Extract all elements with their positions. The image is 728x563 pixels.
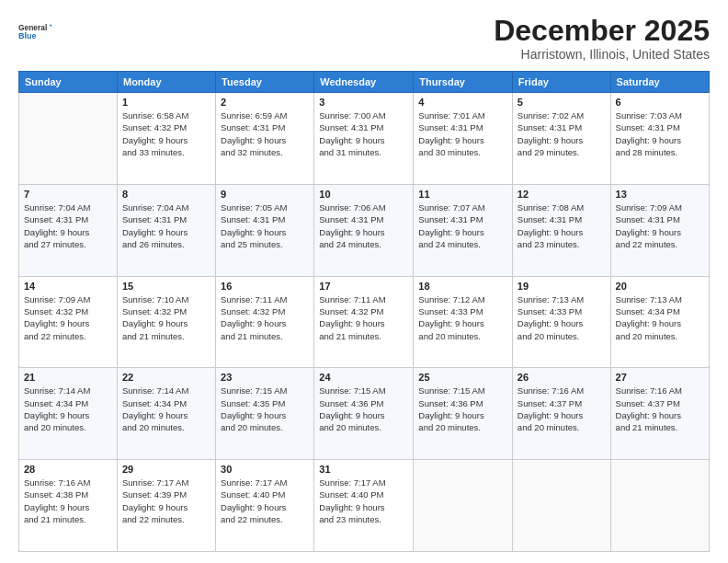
- day-info: Sunrise: 7:17 AM Sunset: 4:39 PM Dayligh…: [122, 477, 210, 525]
- calendar-cell: 8Sunrise: 7:04 AM Sunset: 4:31 PM Daylig…: [117, 184, 215, 276]
- day-number: 13: [616, 189, 704, 200]
- day-info: Sunrise: 7:14 AM Sunset: 4:34 PM Dayligh…: [122, 385, 210, 433]
- calendar-cell: 12Sunrise: 7:08 AM Sunset: 4:31 PM Dayli…: [512, 184, 610, 276]
- svg-text:General: General: [18, 23, 47, 32]
- calendar-cell: 11Sunrise: 7:07 AM Sunset: 4:31 PM Dayli…: [414, 184, 513, 276]
- day-number: 23: [221, 372, 309, 383]
- weekday-header: Saturday: [610, 72, 709, 93]
- weekday-header: Thursday: [414, 72, 513, 93]
- calendar-cell: 1Sunrise: 6:58 AM Sunset: 4:32 PM Daylig…: [117, 93, 215, 185]
- calendar-cell: 30Sunrise: 7:17 AM Sunset: 4:40 PM Dayli…: [216, 460, 314, 552]
- day-info: Sunrise: 7:04 AM Sunset: 4:31 PM Dayligh…: [24, 201, 112, 250]
- day-info: Sunrise: 7:16 AM Sunset: 4:37 PM Dayligh…: [518, 385, 606, 433]
- day-info: Sunrise: 7:15 AM Sunset: 4:35 PM Dayligh…: [221, 385, 309, 433]
- day-info: Sunrise: 7:07 AM Sunset: 4:31 PM Dayligh…: [418, 201, 507, 250]
- calendar-cell: 31Sunrise: 7:17 AM Sunset: 4:40 PM Dayli…: [314, 460, 414, 552]
- calendar-cell: [19, 93, 118, 185]
- day-number: 31: [319, 464, 408, 475]
- day-info: Sunrise: 7:00 AM Sunset: 4:31 PM Dayligh…: [319, 109, 408, 158]
- day-info: Sunrise: 7:15 AM Sunset: 4:36 PM Dayligh…: [418, 385, 507, 433]
- day-number: 20: [616, 281, 704, 292]
- day-number: 24: [319, 372, 408, 383]
- svg-text:Blue: Blue: [18, 31, 37, 40]
- day-number: 19: [518, 281, 606, 292]
- weekday-header: Tuesday: [216, 72, 314, 93]
- calendar-table: SundayMondayTuesdayWednesdayThursdayFrid…: [18, 71, 710, 552]
- calendar-cell: 16Sunrise: 7:11 AM Sunset: 4:32 PM Dayli…: [216, 276, 314, 368]
- day-number: 5: [518, 97, 606, 108]
- day-number: 12: [518, 189, 606, 200]
- calendar-cell: 19Sunrise: 7:13 AM Sunset: 4:33 PM Dayli…: [512, 276, 610, 368]
- title-block: December 2025 Harristown, Illinois, Unit…: [494, 15, 710, 62]
- calendar-week-row: 28Sunrise: 7:16 AM Sunset: 4:38 PM Dayli…: [19, 460, 710, 552]
- calendar-cell: 9Sunrise: 7:05 AM Sunset: 4:31 PM Daylig…: [216, 184, 314, 276]
- calendar-cell: 13Sunrise: 7:09 AM Sunset: 4:31 PM Dayli…: [610, 184, 709, 276]
- day-info: Sunrise: 7:16 AM Sunset: 4:38 PM Dayligh…: [24, 477, 112, 525]
- day-number: 7: [24, 189, 112, 200]
- calendar-cell: 28Sunrise: 7:16 AM Sunset: 4:38 PM Dayli…: [19, 460, 118, 552]
- day-number: 30: [221, 464, 309, 475]
- calendar-page: General Blue December 2025 Harristown, I…: [0, 0, 728, 563]
- logo-svg: General Blue: [18, 15, 51, 48]
- day-number: 27: [616, 372, 704, 383]
- calendar-cell: 3Sunrise: 7:00 AM Sunset: 4:31 PM Daylig…: [314, 93, 414, 185]
- header: General Blue December 2025 Harristown, I…: [18, 15, 710, 62]
- day-info: Sunrise: 7:01 AM Sunset: 4:31 PM Dayligh…: [418, 109, 507, 158]
- day-info: Sunrise: 7:12 AM Sunset: 4:33 PM Dayligh…: [418, 293, 507, 342]
- calendar-cell: 2Sunrise: 6:59 AM Sunset: 4:31 PM Daylig…: [216, 93, 314, 185]
- calendar-week-row: 1Sunrise: 6:58 AM Sunset: 4:32 PM Daylig…: [19, 93, 710, 185]
- day-info: Sunrise: 7:09 AM Sunset: 4:31 PM Dayligh…: [616, 201, 704, 250]
- calendar-cell: 14Sunrise: 7:09 AM Sunset: 4:32 PM Dayli…: [19, 276, 118, 368]
- day-number: 4: [418, 97, 507, 108]
- weekday-header: Monday: [117, 72, 215, 93]
- day-number: 15: [122, 281, 210, 292]
- day-number: 29: [122, 464, 210, 475]
- day-number: 26: [518, 372, 606, 383]
- svg-marker-2: [50, 25, 51, 29]
- day-info: Sunrise: 7:16 AM Sunset: 4:37 PM Dayligh…: [616, 385, 704, 433]
- day-info: Sunrise: 7:13 AM Sunset: 4:34 PM Dayligh…: [616, 293, 704, 342]
- day-number: 28: [24, 464, 112, 475]
- day-number: 17: [319, 281, 408, 292]
- day-number: 21: [24, 372, 112, 383]
- calendar-cell: 6Sunrise: 7:03 AM Sunset: 4:31 PM Daylig…: [610, 93, 709, 185]
- calendar-cell: 15Sunrise: 7:10 AM Sunset: 4:32 PM Dayli…: [117, 276, 215, 368]
- calendar-cell: [414, 460, 513, 552]
- day-info: Sunrise: 7:14 AM Sunset: 4:34 PM Dayligh…: [24, 385, 112, 433]
- day-number: 25: [418, 372, 507, 383]
- day-number: 22: [122, 372, 210, 383]
- calendar-cell: 27Sunrise: 7:16 AM Sunset: 4:37 PM Dayli…: [610, 368, 709, 460]
- calendar-cell: 22Sunrise: 7:14 AM Sunset: 4:34 PM Dayli…: [117, 368, 215, 460]
- calendar-cell: 18Sunrise: 7:12 AM Sunset: 4:33 PM Dayli…: [414, 276, 513, 368]
- day-info: Sunrise: 7:03 AM Sunset: 4:31 PM Dayligh…: [616, 109, 704, 158]
- day-number: 6: [616, 97, 704, 108]
- weekday-header: Sunday: [19, 72, 118, 93]
- day-info: Sunrise: 7:11 AM Sunset: 4:32 PM Dayligh…: [221, 293, 309, 342]
- calendar-cell: 10Sunrise: 7:06 AM Sunset: 4:31 PM Dayli…: [314, 184, 414, 276]
- day-info: Sunrise: 6:59 AM Sunset: 4:31 PM Dayligh…: [221, 109, 309, 158]
- day-info: Sunrise: 7:13 AM Sunset: 4:33 PM Dayligh…: [518, 293, 606, 342]
- day-info: Sunrise: 7:15 AM Sunset: 4:36 PM Dayligh…: [319, 385, 408, 433]
- day-number: 9: [221, 189, 309, 200]
- month-title: December 2025: [494, 15, 710, 47]
- calendar-cell: 20Sunrise: 7:13 AM Sunset: 4:34 PM Dayli…: [610, 276, 709, 368]
- calendar-cell: 4Sunrise: 7:01 AM Sunset: 4:31 PM Daylig…: [414, 93, 513, 185]
- day-info: Sunrise: 6:58 AM Sunset: 4:32 PM Dayligh…: [122, 109, 210, 158]
- day-info: Sunrise: 7:09 AM Sunset: 4:32 PM Dayligh…: [24, 293, 112, 342]
- day-info: Sunrise: 7:05 AM Sunset: 4:31 PM Dayligh…: [221, 201, 309, 250]
- location-title: Harristown, Illinois, United States: [494, 47, 710, 62]
- calendar-cell: 26Sunrise: 7:16 AM Sunset: 4:37 PM Dayli…: [512, 368, 610, 460]
- calendar-cell: 24Sunrise: 7:15 AM Sunset: 4:36 PM Dayli…: [314, 368, 414, 460]
- day-number: 16: [221, 281, 309, 292]
- day-number: 18: [418, 281, 507, 292]
- day-info: Sunrise: 7:02 AM Sunset: 4:31 PM Dayligh…: [518, 109, 606, 158]
- day-number: 8: [122, 189, 210, 200]
- calendar-week-row: 21Sunrise: 7:14 AM Sunset: 4:34 PM Dayli…: [19, 368, 710, 460]
- calendar-cell: 21Sunrise: 7:14 AM Sunset: 4:34 PM Dayli…: [19, 368, 118, 460]
- day-number: 2: [221, 97, 309, 108]
- calendar-cell: 25Sunrise: 7:15 AM Sunset: 4:36 PM Dayli…: [414, 368, 513, 460]
- day-number: 14: [24, 281, 112, 292]
- day-info: Sunrise: 7:06 AM Sunset: 4:31 PM Dayligh…: [319, 201, 408, 250]
- calendar-week-row: 14Sunrise: 7:09 AM Sunset: 4:32 PM Dayli…: [19, 276, 710, 368]
- calendar-cell: 5Sunrise: 7:02 AM Sunset: 4:31 PM Daylig…: [512, 93, 610, 185]
